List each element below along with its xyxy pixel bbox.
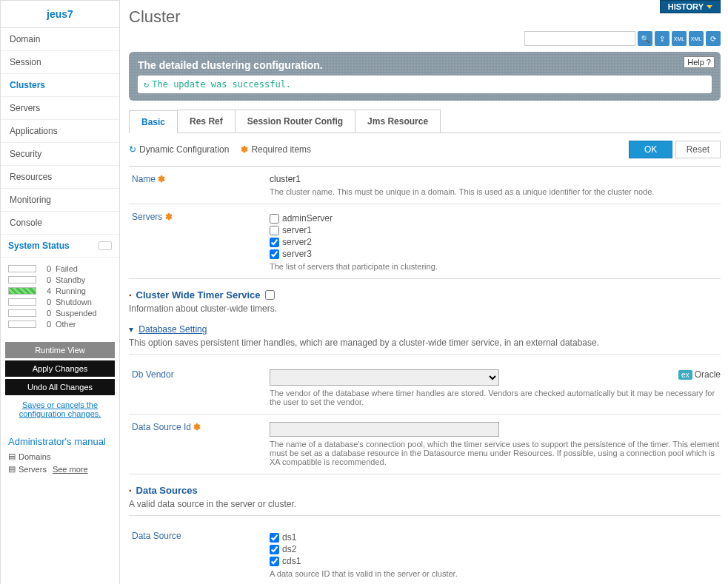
tab-jms-resource[interactable]: Jms Resource xyxy=(355,110,441,132)
data-source-id-row: Data Source Id ✽ The name of a database'… xyxy=(129,414,721,474)
db-vendor-select[interactable] xyxy=(270,369,499,386)
export-icon[interactable]: ⇪ xyxy=(655,31,669,46)
refresh-icon[interactable]: ⟳ xyxy=(706,31,721,46)
success-icon: ↻ xyxy=(144,79,149,90)
status-bar xyxy=(8,309,36,317)
nav-item-applications[interactable]: Applications xyxy=(1,120,119,143)
xml-up-icon[interactable]: XML xyxy=(672,31,687,46)
data-source-help: A data source ID that is valid in the se… xyxy=(270,569,721,578)
server-checkbox-server1[interactable] xyxy=(270,226,279,235)
manual-link-domains[interactable]: ▤Domains xyxy=(8,452,112,461)
status-bar xyxy=(8,320,36,328)
dynamic-config-legend: ↻ Dynamic Configuration xyxy=(129,144,229,155)
status-count: 0 xyxy=(41,320,51,329)
nav-item-session[interactable]: Session xyxy=(1,51,119,74)
status-row-standby: 0Standby xyxy=(8,275,112,284)
xml-down-icon[interactable]: XML xyxy=(689,31,704,46)
help-button[interactable]: Help ? xyxy=(684,56,715,68)
db-vendor-label: Db Vendor xyxy=(129,369,270,406)
status-list: 0Failed0Standby4Running0Shutdown0Suspend… xyxy=(1,258,119,335)
data-sources-title: Data Sources xyxy=(136,485,198,496)
manual-title: Administrator's manual xyxy=(8,436,112,447)
status-bar xyxy=(8,276,36,283)
success-text: The update was successful. xyxy=(152,79,291,90)
status-count: 0 xyxy=(41,309,51,318)
servers-help: The list of servers that participate in … xyxy=(270,262,721,271)
name-label: Name ✽ xyxy=(129,174,270,196)
section-bullet-icon: ▪ xyxy=(129,486,132,494)
server-option-label: server1 xyxy=(282,225,312,235)
nav-item-resources[interactable]: Resources xyxy=(1,166,119,189)
server-checkbox-server3[interactable] xyxy=(270,249,279,259)
status-row-other: 0Other xyxy=(8,320,112,329)
collapse-arrow-icon: ▾ xyxy=(129,324,133,335)
manual-link-servers[interactable]: ▤ServersSee more xyxy=(8,464,112,474)
server-checkbox-server2[interactable] xyxy=(270,238,279,247)
nav-item-security[interactable]: Security xyxy=(1,143,119,166)
nav-item-console[interactable]: Console xyxy=(1,212,119,235)
servers-row: Servers ✽ adminServerserver1server2serve… xyxy=(129,204,721,279)
server-option-server1: server1 xyxy=(270,225,721,235)
reset-button[interactable]: Reset xyxy=(675,141,721,158)
server-checkbox-adminServer[interactable] xyxy=(270,214,279,224)
manual-section: Administrator's manual ▤Domains▤ServersS… xyxy=(1,430,119,483)
tab-res-ref[interactable]: Res Ref xyxy=(177,110,236,132)
runtime-view-button[interactable]: Runtime View xyxy=(5,342,115,358)
server-option-adminServer: adminServer xyxy=(270,213,721,224)
database-setting-toggle[interactable]: ▾ Database Setting xyxy=(129,324,721,335)
book-icon: ▤ xyxy=(8,452,16,461)
datasource-option-cds1: cds1 xyxy=(270,556,721,566)
status-row-failed: 0Failed xyxy=(8,264,112,273)
main-content: HISTORY Cluster 🔍 ⇪ XML XML ⟳ The detail… xyxy=(120,0,728,584)
timer-section-head: ▪ Cluster Wide Timer Service xyxy=(129,289,721,301)
server-option-label: adminServer xyxy=(282,213,333,224)
status-label: Failed xyxy=(56,264,78,273)
chevron-down-icon xyxy=(707,5,712,9)
nav-item-monitoring[interactable]: Monitoring xyxy=(1,189,119,212)
tab-session-router-config[interactable]: Session Router Config xyxy=(235,110,355,132)
name-value: cluster1 xyxy=(270,174,721,184)
data-source-id-input[interactable] xyxy=(270,422,499,437)
datasource-checkbox-cds1[interactable] xyxy=(270,557,279,566)
db-vendor-hint: exOracle xyxy=(678,369,721,380)
server-option-label: server3 xyxy=(282,249,312,259)
save-cancel-note[interactable]: Saves or cancels the configuration chang… xyxy=(5,397,115,426)
see-more-link[interactable]: See more xyxy=(53,465,88,474)
history-button[interactable]: HISTORY xyxy=(660,0,721,13)
status-count: 0 xyxy=(41,264,51,273)
apply-changes-button[interactable]: Apply Changes xyxy=(5,360,115,377)
nav-item-domain[interactable]: Domain xyxy=(1,28,119,51)
tab-basic[interactable]: Basic xyxy=(129,110,178,133)
datasource-option-ds1: ds1 xyxy=(270,532,721,543)
datasource-option-label: ds2 xyxy=(282,544,296,554)
search-icon[interactable]: 🔍 xyxy=(638,31,652,46)
tabs: BasicRes RefSession Router ConfigJms Res… xyxy=(129,110,721,133)
server-option-label: server2 xyxy=(282,237,312,247)
name-help: The cluster name. This must be unique in… xyxy=(270,187,721,196)
status-row-suspended: 0Suspended xyxy=(8,309,112,318)
sidebar-title[interactable]: jeus7 xyxy=(1,1,119,28)
search-input[interactable] xyxy=(524,31,635,46)
data-sources-help: A valid data source in the server or clu… xyxy=(129,499,721,516)
action-buttons: Runtime View Apply Changes Undo All Chan… xyxy=(1,335,119,430)
datasource-checkbox-ds1[interactable] xyxy=(270,533,279,543)
system-status-header[interactable]: System Status xyxy=(1,235,119,258)
status-count: 0 xyxy=(41,275,51,284)
nav-item-servers[interactable]: Servers xyxy=(1,97,119,120)
timer-section-checkbox[interactable] xyxy=(265,290,275,300)
undo-all-changes-button[interactable]: Undo All Changes xyxy=(5,379,115,395)
status-bar xyxy=(8,298,36,306)
status-label: Standby xyxy=(56,275,85,284)
section-bullet-icon: ▪ xyxy=(129,291,132,299)
timer-section-help: Information about cluster-wide timers. xyxy=(129,303,721,314)
config-banner: The detailed clustering configuration. H… xyxy=(129,52,721,101)
required-legend: ✽ Required items xyxy=(241,144,311,155)
server-option-server3: server3 xyxy=(270,249,721,259)
datasource-checkbox-ds2[interactable] xyxy=(270,545,279,554)
data-sources-section-head: ▪ Data Sources xyxy=(129,485,721,496)
nav-item-clusters[interactable]: Clusters xyxy=(1,74,119,97)
data-source-id-help: The name of a database's connection pool… xyxy=(270,440,721,466)
ok-button[interactable]: OK xyxy=(629,141,672,158)
sidebar: jeus7 DomainSessionClustersServersApplic… xyxy=(0,0,120,584)
legend-row: ↻ Dynamic Configuration ✽ Required items… xyxy=(129,141,721,158)
